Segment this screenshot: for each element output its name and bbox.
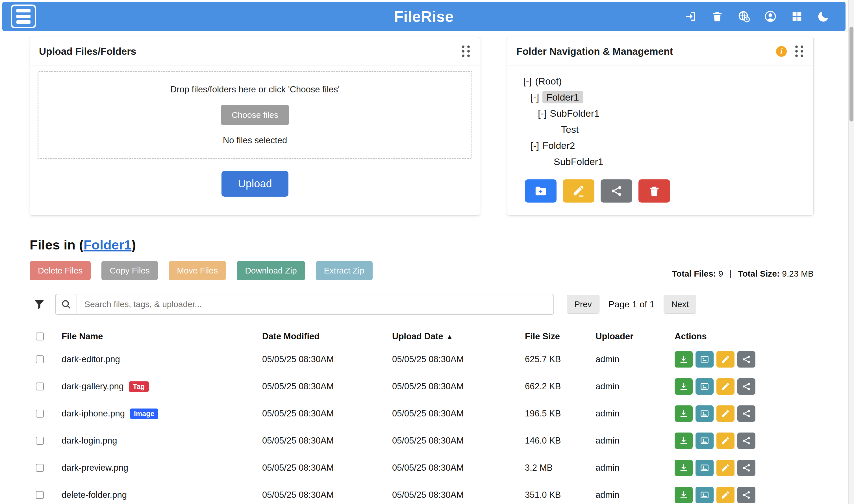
file-size: 351.0 KB — [517, 490, 587, 500]
download-button[interactable] — [675, 406, 693, 422]
scrollbar-thumb[interactable] — [850, 27, 853, 122]
file-name[interactable]: dark-editor.png — [61, 354, 120, 364]
collapse-toggle[interactable]: [-] — [523, 76, 532, 87]
download-button[interactable] — [675, 351, 693, 367]
next-page-button[interactable]: Next — [664, 295, 696, 313]
upload-button[interactable]: Upload — [221, 171, 288, 197]
folder-tree-item[interactable]: [-](Root) — [523, 73, 804, 89]
rename-button[interactable] — [716, 351, 734, 367]
select-all-checkbox[interactable] — [36, 332, 44, 340]
share-folder-button[interactable] — [601, 179, 632, 202]
row-checkbox[interactable] — [36, 355, 44, 363]
grid-icon[interactable] — [790, 10, 804, 23]
pencil-icon — [721, 382, 730, 391]
choose-files-button[interactable]: Choose files — [221, 105, 289, 125]
folder-card-title: Folder Navigation & Management — [516, 46, 673, 57]
file-badge: Tag — [129, 381, 149, 392]
file-name[interactable]: dark-login.png — [61, 436, 117, 446]
download-icon — [679, 490, 688, 500]
rename-button[interactable] — [716, 378, 734, 395]
globe-clock-icon[interactable] — [737, 10, 751, 23]
filter-icon[interactable] — [33, 298, 46, 310]
upload-date: 05/05/25 08:30AM — [384, 381, 517, 392]
delete-files-button[interactable]: Delete Files — [30, 261, 91, 280]
folder-tree-item[interactable]: [-]Folder2 — [523, 138, 804, 154]
drag-handle-icon[interactable] — [794, 44, 804, 58]
rename-button[interactable] — [716, 406, 734, 422]
folder-tree-item[interactable]: SubFolder1 — [523, 154, 804, 170]
file-name[interactable]: delete-folder.png — [61, 490, 127, 500]
rename-button[interactable] — [716, 460, 734, 476]
col-uploader[interactable]: Uploader — [587, 331, 667, 342]
col-date-modified[interactable]: Date Modified — [254, 331, 384, 342]
preview-button[interactable] — [695, 487, 714, 503]
trash-icon[interactable] — [710, 10, 724, 23]
row-checkbox[interactable] — [36, 437, 44, 445]
app-logo-menu-icon[interactable] — [11, 4, 36, 28]
share-button[interactable] — [737, 378, 756, 395]
row-action-bar — [667, 433, 814, 449]
trash-icon — [648, 184, 661, 197]
share-button[interactable] — [737, 406, 756, 422]
user-icon[interactable] — [764, 10, 777, 23]
create-folder-button[interactable] — [525, 179, 557, 202]
row-checkbox[interactable] — [36, 491, 44, 499]
folder-tree-label[interactable]: Test — [561, 124, 579, 135]
collapse-toggle[interactable]: [-] — [530, 140, 539, 151]
download-button[interactable] — [675, 378, 693, 395]
rename-button[interactable] — [716, 487, 734, 503]
rename-folder-button[interactable] — [563, 179, 594, 202]
folder-tree-label[interactable]: SubFolder1 — [554, 156, 603, 167]
preview-button[interactable] — [695, 378, 714, 395]
search-button[interactable] — [55, 294, 76, 315]
preview-button[interactable] — [695, 433, 714, 449]
file-name[interactable]: dark-preview.png — [61, 463, 128, 473]
logout-icon[interactable] — [684, 10, 697, 23]
app-header: FileRise — [2, 2, 846, 31]
download-zip-button[interactable]: Download Zip — [237, 261, 305, 280]
preview-button[interactable] — [695, 351, 714, 367]
file-name[interactable]: dark-gallery.png — [61, 381, 124, 392]
folder-tree-item[interactable]: [-]Folder1 — [523, 89, 804, 105]
collapse-toggle[interactable]: [-] — [530, 92, 539, 103]
extract-zip-button[interactable]: Extract Zip — [316, 261, 373, 280]
file-name[interactable]: dark-iphone.png — [61, 409, 125, 419]
folder-tree-label[interactable]: SubFolder1 — [550, 108, 599, 119]
rename-button[interactable] — [716, 433, 734, 449]
download-button[interactable] — [675, 460, 693, 476]
preview-button[interactable] — [695, 406, 714, 422]
move-files-button[interactable]: Move Files — [169, 261, 226, 280]
dark-mode-moon-icon[interactable] — [817, 10, 830, 23]
upload-dropzone[interactable]: Drop files/folders here or click 'Choose… — [38, 71, 472, 159]
download-button[interactable] — [675, 487, 693, 503]
folder-tree-label[interactable]: Folder2 — [542, 140, 575, 151]
share-button[interactable] — [737, 433, 756, 449]
collapse-toggle[interactable]: [-] — [538, 108, 546, 119]
row-checkbox[interactable] — [36, 410, 44, 417]
info-icon[interactable]: i — [776, 46, 787, 57]
delete-folder-button[interactable] — [638, 179, 670, 202]
app-title: FileRise — [394, 7, 454, 25]
folder-tree-item[interactable]: Test — [523, 122, 804, 138]
download-button[interactable] — [675, 433, 693, 449]
page-scrollbar — [848, 0, 854, 504]
upload-date: 05/05/25 08:30AM — [384, 354, 517, 364]
folder-tree-label[interactable]: Folder1 — [542, 91, 583, 103]
drag-handle-icon[interactable] — [461, 44, 471, 58]
row-checkbox[interactable] — [36, 464, 44, 472]
search-input[interactable] — [76, 294, 554, 315]
col-file-name[interactable]: File Name — [54, 331, 254, 342]
folder-tree-label[interactable]: (Root) — [535, 76, 562, 87]
folder-tree-item[interactable]: [-]SubFolder1 — [523, 105, 804, 122]
prev-page-button[interactable]: Prev — [567, 295, 599, 313]
share-button[interactable] — [737, 460, 756, 476]
copy-files-button[interactable]: Copy Files — [102, 261, 158, 280]
row-checkbox[interactable] — [36, 382, 44, 391]
share-button[interactable] — [737, 487, 756, 503]
current-folder-link[interactable]: Folder1 — [84, 237, 132, 252]
share-button[interactable] — [737, 351, 756, 367]
col-file-size[interactable]: File Size — [517, 331, 587, 342]
col-upload-date[interactable]: Upload Date▲ — [384, 331, 517, 342]
preview-button[interactable] — [695, 460, 714, 476]
table-row: dark-gallery.png Tag 05/05/25 08:30AM 05… — [30, 373, 814, 400]
